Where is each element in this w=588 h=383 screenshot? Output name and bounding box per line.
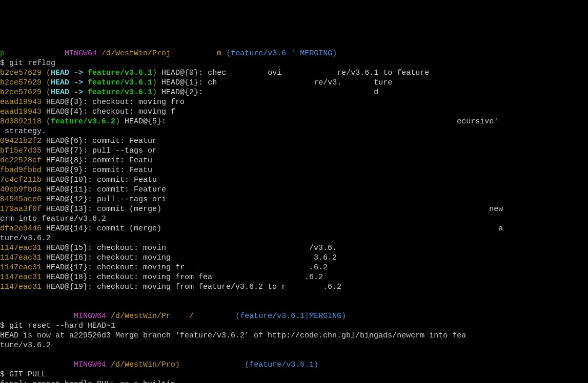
command-output: HEAD is now at a229526d3 Merge branch 'f… (0, 331, 466, 350)
reflog-line: 40cb9fbda HEAD@{11}: commit: Feature (0, 185, 588, 195)
command-input: $ GIT PULL (0, 370, 46, 379)
prompt-line: p MINGW64 /d/WestWin/Proj m (feature/v3.… (0, 49, 337, 58)
reflog-line: 1147eac31 HEAD@{19}: checkout: moving fr… (0, 282, 588, 292)
reflog-line: 09421b2f2 HEAD@{6}: commit: Featur (0, 136, 588, 146)
reflog-line: bf15e7d35 HEAD@{7}: pull --tags or (0, 146, 588, 156)
reflog-line: 1147eac31 HEAD@{15}: checkout: movin /v3… (0, 243, 588, 253)
blank-line (0, 351, 5, 359)
reflog-line: 1147eac31 HEAD@{17}: checkout: moving fr… (0, 263, 588, 272)
reflog-line: eaad19943 HEAD@{4}: checkout: moving f (0, 107, 588, 117)
reflog-line: b2ce57629 (HEAD -> feature/v3.6.1) HEAD@… (0, 78, 588, 88)
command-input: $ git reset --hard HEAD~1 (0, 322, 115, 330)
reflog-line: strategy. (0, 126, 588, 136)
reflog-line: b2ce57629 (HEAD -> feature/v3.6.1) HEAD@… (0, 68, 588, 78)
reflog-output: b2ce57629 (HEAD -> feature/v3.6.1) HEAD@… (0, 68, 588, 292)
reflog-line: b2ce57629 (HEAD -> feature/v3.6.1) HEAD@… (0, 88, 588, 97)
reflog-line: dc22528cf HEAD@{8}: commit: Featu (0, 156, 588, 165)
reflog-line: ture/v3.6.2 (0, 233, 588, 243)
command-output: fatal: cannot handle PULL as a builtin (0, 380, 175, 383)
reflog-line: 170aa3f0f HEAD@{13}: commit (merge) new (0, 204, 588, 214)
blank-line (0, 302, 5, 311)
reflog-line: 1147eac31 HEAD@{16}: checkout: moving 3.… (0, 253, 588, 263)
reflog-line: 84545ace6 HEAD@{12}: pull --tags ori (0, 195, 588, 204)
reflog-line: fbad9fbbd HEAD@{9}: commit: Featu (0, 165, 588, 175)
reflog-line: crm into feature/v3.6.2 (0, 214, 588, 224)
reflog-line: eaad19943 HEAD@{3}: checkout: moving fro (0, 97, 588, 107)
terminal[interactable]: p MINGW64 /d/WestWin/Proj m (feature/v3.… (0, 39, 588, 383)
command-input: $ git reflog (0, 59, 55, 68)
prompt-line: MINGW64 /d/WestWin/Proj (feature/v3.6.1) (0, 360, 318, 369)
reflog-line: 8d3892118 (feature/v3.6.2) HEAD@{5}: ecu… (0, 117, 588, 126)
reflog-line: dfa2e9446 HEAD@{14}: commit (merge) a (0, 224, 588, 233)
prompt-line: MINGW64 /d/WestWin/Pr / (feature/v3.6.1|… (0, 312, 346, 321)
reflog-line: 1147eac31 HEAD@{18}: checkout: moving fr… (0, 272, 588, 282)
reflog-line: 7c4cf211b HEAD@{10}: commit: Featu (0, 175, 588, 185)
